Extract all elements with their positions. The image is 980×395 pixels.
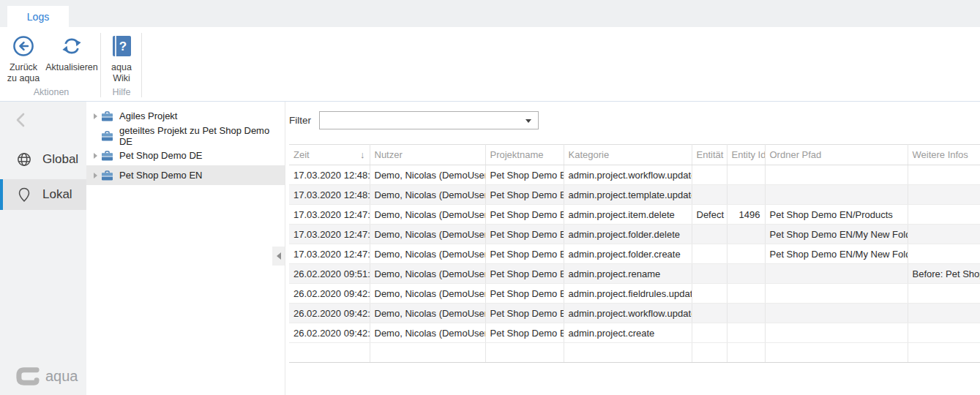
aqua-wiki-button[interactable]: ? aqua Wiki [102, 34, 141, 84]
table-row[interactable]: 26.02.2020 09:42:13Demo, Nicolas (DemoUs… [289, 284, 980, 304]
expand-arrow-placeholder [91, 133, 100, 139]
cell-kategorie [564, 343, 692, 363]
table-row[interactable]: 17.03.2020 12:48:34Demo, Nicolas (DemoUs… [289, 165, 980, 185]
refresh-button[interactable]: Aktualisieren [44, 34, 100, 73]
table-row[interactable]: 17.03.2020 12:47:26Demo, Nicolas (DemoUs… [289, 225, 980, 244]
refresh-button-label: Aktualisieren [45, 62, 98, 73]
filter-label: Filter [289, 115, 311, 126]
cell-kategorie: admin.project.workflow.update [564, 304, 692, 323]
cell-zeit: 17.03.2020 12:47:56 [289, 205, 370, 225]
column-header-entitaet[interactable]: Entität [692, 145, 727, 165]
cell-weitere-infos [908, 244, 980, 264]
cell-zeit: 26.02.2020 09:42:13 [289, 284, 370, 304]
cell-kategorie: admin.project.workflow.update [564, 165, 692, 185]
back-button-label-line2: zu aqua [7, 73, 40, 84]
table-row[interactable]: 26.02.2020 09:42:12Demo, Nicolas (DemoUs… [289, 323, 980, 343]
ribbon-group-separator [100, 33, 101, 97]
column-header-zeit[interactable]: Zeit ↓ [289, 145, 370, 165]
cell-entity-id [727, 225, 765, 244]
table-row[interactable]: 26.02.2020 09:42:13Demo, Nicolas (DemoUs… [289, 304, 980, 323]
cell-nutzer: Demo, Nicolas (DemoUser) [370, 165, 485, 185]
cell-entitaet: Defect [692, 205, 727, 225]
cell-nutzer: Demo, Nicolas (DemoUser) [370, 284, 485, 304]
cell-entity-id [727, 244, 765, 264]
cell-entitaet [692, 244, 727, 264]
back-to-aqua-button[interactable]: Zurück zu aqua [3, 34, 44, 84]
chevron-left-icon [15, 112, 26, 128]
column-header-ordner-pfad[interactable]: Ordner Pfad [765, 145, 908, 165]
project-briefcase-icon [101, 170, 113, 181]
column-header-projektname[interactable]: Projektname [485, 145, 564, 165]
tree-item-pet-shop-demo-de[interactable]: Pet Shop Demo DE [86, 146, 285, 165]
sidebar-item-lokal-label: Lokal [42, 187, 72, 202]
tree-item-pet-shop-demo-en[interactable]: Pet Shop Demo EN [86, 165, 285, 185]
cell-kategorie: admin.project.folder.delete [564, 225, 692, 244]
cell-kategorie: admin.project.rename [564, 264, 692, 284]
cell-entity-id [727, 284, 765, 304]
cell-ordner-pfad: Pet Shop Demo EN/My New Folder [765, 244, 908, 264]
expand-arrow-icon[interactable] [91, 113, 100, 119]
project-tree: Agiles Projekt geteiltes Projekt zu Pet … [86, 102, 285, 395]
cell-kategorie: admin.project.folder.create [564, 244, 692, 264]
column-header-entity-id[interactable]: Entity Id [727, 145, 765, 165]
cell-ordner-pfad [765, 165, 908, 185]
cell-weitere-infos: Before: Pet Shop [908, 264, 980, 284]
cell-projektname: Pet Shop Demo EN [485, 323, 564, 343]
back-button-label-line1: Zurück [10, 62, 37, 73]
aqua-logo-text: aqua [45, 368, 78, 385]
cell-entity-id [727, 264, 765, 284]
cell-entitaet [692, 284, 727, 304]
column-header-nutzer[interactable]: Nutzer [370, 145, 485, 165]
table-row[interactable]: 26.02.2020 09:51:41Demo, Nicolas (DemoUs… [289, 264, 980, 284]
table-row-empty[interactable] [289, 343, 980, 363]
tree-item-agiles-projekt[interactable]: Agiles Projekt [86, 106, 285, 126]
tree-collapse-splitter[interactable] [272, 247, 285, 266]
cell-entity-id: 1496 [727, 205, 765, 225]
project-briefcase-icon [101, 110, 113, 122]
log-panel: Filter Zeit ↓ Nutzer Projektname Kategor… [285, 102, 980, 395]
cell-projektname: Pet Shop Demo EN [485, 264, 564, 284]
table-row[interactable]: 17.03.2020 12:48:34Demo, Nicolas (DemoUs… [289, 185, 980, 205]
tree-item-label: Pet Shop Demo DE [119, 150, 202, 161]
sidebar-collapse-button[interactable] [15, 112, 26, 128]
cell-weitere-infos [908, 185, 980, 205]
collapse-left-icon [277, 252, 281, 260]
tab-logs[interactable]: Logs [7, 6, 69, 27]
cell-weitere-infos [908, 205, 980, 225]
filter-combobox[interactable] [319, 111, 539, 129]
tree-item-geteiltes-projekt[interactable]: geteiltes Projekt zu Pet Shop Demo DE [86, 126, 285, 146]
aqua-logo: aqua [15, 365, 78, 388]
cell-zeit: 26.02.2020 09:42:13 [289, 304, 370, 323]
expand-arrow-icon[interactable] [91, 173, 100, 178]
cell-projektname: Pet Shop Demo EN [485, 225, 564, 244]
filter-row: Filter [289, 110, 539, 129]
sidebar-item-global-label: Global [42, 152, 78, 167]
cell-entitaet [692, 264, 727, 284]
cell-ordner-pfad [765, 284, 908, 304]
cell-entitaet [692, 304, 727, 323]
expand-arrow-icon[interactable] [91, 153, 100, 159]
cell-projektname: Pet Shop Demo EN [485, 165, 564, 185]
cell-kategorie: admin.project.item.delete [564, 205, 692, 225]
book-question-icon: ? [113, 34, 131, 59]
ribbon: Zurück zu aqua Aktualisieren ? aqua Wiki… [0, 27, 980, 102]
column-header-kategorie[interactable]: Kategorie [564, 145, 692, 165]
cell-ordner-pfad: Pet Shop Demo EN/Products [765, 205, 908, 225]
cell-kategorie: admin.project.fieldrules.update [564, 284, 692, 304]
column-header-weitere-infos[interactable]: Weitere Infos [908, 145, 980, 165]
cell-nutzer: Demo, Nicolas (DemoUser) [370, 225, 485, 244]
cell-kategorie: admin.project.create [564, 323, 692, 343]
sidebar-item-lokal[interactable]: Lokal [0, 179, 86, 210]
back-circle-arrow-icon [12, 34, 35, 59]
table-row[interactable]: 17.03.2020 12:47:56Demo, Nicolas (DemoUs… [289, 205, 980, 225]
globe-icon [16, 151, 32, 168]
cell-weitere-infos [908, 343, 980, 363]
table-row[interactable]: 17.03.2020 12:47:15Demo, Nicolas (DemoUs… [289, 244, 980, 264]
cell-zeit: 17.03.2020 12:48:34 [289, 185, 370, 205]
cell-weitere-infos [908, 165, 980, 185]
cell-entity-id [727, 185, 765, 205]
cell-entity-id [727, 165, 765, 185]
ribbon-group-label-hilfe: Hilfe [102, 87, 141, 97]
sidebar-item-global[interactable]: Global [0, 144, 86, 175]
sidebar: Global Lokal aqua [0, 102, 86, 395]
